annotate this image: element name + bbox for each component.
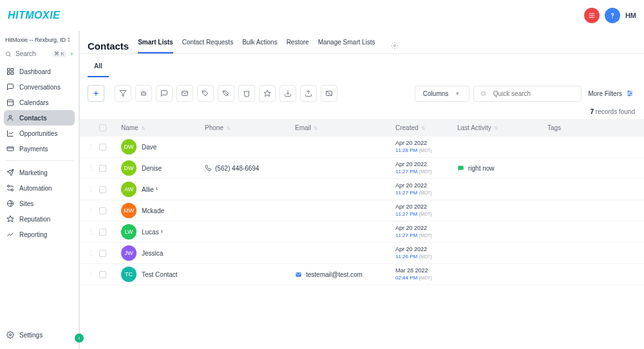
add-contact-button[interactable] <box>88 85 104 102</box>
search-icon <box>5 51 12 57</box>
more-filters-button[interactable]: More Filters <box>585 90 636 97</box>
svg-point-15 <box>8 185 10 187</box>
table-row[interactable]: ⋮ JWJessica Apr 20 202211:26 PM (MDT) <box>80 243 644 264</box>
row-checkbox[interactable] <box>99 250 106 257</box>
tabs-settings-icon[interactable] <box>384 42 399 51</box>
download-button[interactable] <box>279 85 296 102</box>
row-checkbox[interactable] <box>99 207 106 214</box>
row-checkbox[interactable] <box>99 144 106 151</box>
sidebar-search[interactable]: Search ⌘ K + <box>4 46 75 64</box>
sidebar-item-dashboard[interactable]: Dashboard <box>4 64 75 79</box>
col-name-header[interactable]: Name <box>121 124 138 131</box>
delete-button[interactable] <box>238 85 255 102</box>
page-title: Contacts <box>88 41 129 52</box>
table-row[interactable]: ⋮ TCTest Contact testemail@test.com Mar … <box>80 264 644 285</box>
brand-logo[interactable]: HITMOXIE <box>8 10 60 21</box>
drag-handle-icon[interactable]: ⋮ <box>88 249 95 257</box>
tab-contact-requests[interactable]: Contact Requests <box>182 39 234 53</box>
help-button[interactable] <box>605 8 620 23</box>
created-tz: (MDT) <box>419 254 432 259</box>
svg-point-4 <box>6 52 10 55</box>
contact-name: Test Contact <box>142 271 178 278</box>
svg-point-43 <box>629 95 630 96</box>
col-created-header[interactable]: Created <box>395 124 419 131</box>
sidebar-item-sites[interactable]: Sites <box>4 196 75 211</box>
calendar-icon <box>6 99 14 106</box>
sidebar-item-opportunities[interactable]: Opportunities <box>4 126 75 141</box>
automation-icon <box>6 184 14 192</box>
filter-button[interactable] <box>115 85 131 102</box>
content-area: Contacts Smart Lists Contact Requests Bu… <box>80 31 644 349</box>
tag-remove-button[interactable] <box>218 85 234 102</box>
tab-restore[interactable]: Restore <box>287 39 309 53</box>
row-checkbox[interactable] <box>99 229 106 236</box>
sidebar-item-payments[interactable]: Payments <box>4 141 75 156</box>
quick-search[interactable] <box>473 86 582 102</box>
svg-point-25 <box>142 93 143 94</box>
table-row[interactable]: ⋮ LWLucas ¹ Apr 20 202211:27 PM (MDT) <box>80 222 644 243</box>
sidebar-item-calendars[interactable]: Calendars <box>4 95 75 110</box>
records-count: 7 records found <box>80 108 644 119</box>
created-date: Apr 20 2022 <box>395 203 457 211</box>
tab-smart-lists[interactable]: Smart Lists <box>138 39 173 53</box>
svg-marker-18 <box>7 216 14 222</box>
columns-button[interactable]: Columns▼ <box>415 86 469 102</box>
created-time: 11:27 PM <box>395 211 417 217</box>
row-checkbox[interactable] <box>99 165 106 172</box>
sub-tabs: All <box>80 54 644 77</box>
subtab-all[interactable]: All <box>88 54 109 77</box>
row-checkbox[interactable] <box>99 271 106 278</box>
sidebar: HitMoxie -- Rexburg, ID ▲▼ Search ⌘ K + … <box>0 31 80 349</box>
sidebar-collapse-button[interactable]: ‹ <box>75 334 84 343</box>
star-button[interactable] <box>259 85 276 102</box>
quick-search-input[interactable] <box>493 90 574 97</box>
drag-handle-icon[interactable]: ⋮ <box>88 207 95 214</box>
table-row[interactable]: ⋮ MWMckade Apr 20 202211:27 PM (MDT) <box>80 200 644 222</box>
col-tags-header[interactable]: Tags <box>547 124 561 131</box>
unsubscribe-button[interactable] <box>321 85 337 102</box>
table-row[interactable]: ⋮ DWDenise (562) 448-6694 Apr 20 202211:… <box>80 158 644 179</box>
table-row[interactable]: ⋮ AWAllie ¹ Apr 20 202211:27 PM (MDT) <box>80 179 644 200</box>
tab-manage-smart-lists[interactable]: Manage Smart Lists <box>318 39 375 53</box>
drag-handle-icon[interactable]: ⋮ <box>88 228 95 236</box>
drag-handle-icon[interactable]: ⋮ <box>88 185 95 193</box>
hm-badge[interactable]: HM <box>625 12 636 19</box>
email-button[interactable] <box>176 85 193 102</box>
robot-button[interactable] <box>135 85 152 102</box>
drag-handle-icon[interactable]: ⋮ <box>88 143 95 151</box>
payments-icon <box>6 145 14 153</box>
select-all-checkbox[interactable] <box>99 124 106 131</box>
email-value: testemail@test.com <box>306 271 363 278</box>
sms-button[interactable] <box>156 85 173 102</box>
created-date: Apr 20 2022 <box>395 225 457 232</box>
svg-rect-13 <box>7 147 14 151</box>
opportunities-icon <box>6 129 14 137</box>
avatar: LW <box>121 224 137 240</box>
stepper-icon: ▲▼ <box>67 35 73 44</box>
col-phone-header[interactable]: Phone <box>205 124 223 131</box>
account-selector[interactable]: HitMoxie -- Rexburg, ID ▲▼ <box>4 33 75 46</box>
sidebar-item-contacts[interactable]: Contacts <box>4 110 75 126</box>
chevron-down-icon: ▼ <box>455 91 460 97</box>
row-checkbox[interactable] <box>99 186 106 193</box>
col-email-header[interactable]: Email <box>295 124 311 131</box>
drag-handle-icon[interactable]: ⋮ <box>88 270 95 278</box>
sidebar-item-marketing[interactable]: Marketing <box>4 165 75 180</box>
sidebar-item-reputation[interactable]: Reputation <box>4 211 75 227</box>
table-row[interactable]: ⋮ DWDave Apr 20 202211:28 PM (MDT) <box>80 137 644 158</box>
tag-add-button[interactable] <box>197 85 214 102</box>
contact-name: Denise <box>142 165 162 172</box>
drag-handle-icon[interactable]: ⋮ <box>88 164 95 172</box>
tab-bulk-actions[interactable]: Bulk Actions <box>242 39 277 53</box>
upload-button[interactable] <box>300 85 317 102</box>
sidebar-item-automation[interactable]: Automation <box>4 180 75 196</box>
avatar: DW <box>121 160 137 176</box>
sidebar-item-reporting[interactable]: Reporting <box>4 227 75 242</box>
avatar: TC <box>121 267 137 282</box>
created-tz: (MDT) <box>419 276 432 280</box>
send-icon <box>6 169 14 176</box>
notifications-button[interactable] <box>584 8 600 23</box>
col-activity-header[interactable]: Last Activity <box>457 124 491 131</box>
sidebar-item-conversations[interactable]: Conversations <box>4 79 75 95</box>
sidebar-item-settings[interactable]: Settings <box>4 327 75 343</box>
